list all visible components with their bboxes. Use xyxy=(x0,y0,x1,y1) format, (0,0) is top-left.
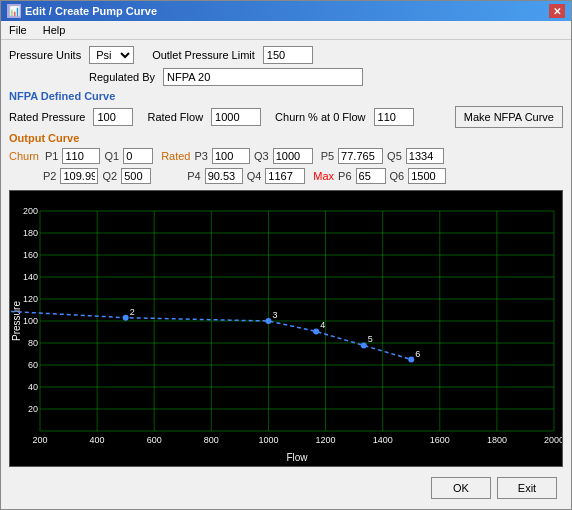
q2-label: Q2 xyxy=(102,170,117,182)
q2-input[interactable] xyxy=(121,168,151,184)
churn-pct-label: Churn % at 0 Flow xyxy=(275,111,365,123)
exit-button[interactable]: Exit xyxy=(497,477,557,499)
p6-input[interactable] xyxy=(356,168,386,184)
window-title: Edit / Create Pump Curve xyxy=(25,5,157,17)
ok-button[interactable]: OK xyxy=(431,477,491,499)
rated-flow-input[interactable] xyxy=(211,108,261,126)
q6-input[interactable] xyxy=(408,168,446,184)
p1-input[interactable] xyxy=(62,148,100,164)
outlet-pressure-limit-input[interactable] xyxy=(263,46,313,64)
main-window: 📊 Edit / Create Pump Curve ✕ File Help P… xyxy=(0,0,572,510)
q1-input[interactable] xyxy=(123,148,153,164)
row-pressure-units: Pressure Units Psi Bar kPa Outlet Pressu… xyxy=(9,46,563,64)
churn-pct-input[interactable] xyxy=(374,108,414,126)
p3-input[interactable] xyxy=(212,148,250,164)
nfpa-section-row: NFPA Defined Curve xyxy=(9,90,563,102)
churn-col-label: Churn xyxy=(9,150,39,162)
rated-flow-label: Rated Flow xyxy=(147,111,203,123)
q3-label: Q3 xyxy=(254,150,269,162)
rated-pressure-input[interactable] xyxy=(93,108,133,126)
row-regulated-by: Regulated By xyxy=(9,68,563,86)
p4-input[interactable] xyxy=(205,168,243,184)
p5-label: P5 xyxy=(321,150,334,162)
rated-col-label: Rated xyxy=(161,150,190,162)
output-curve-label: Output Curve xyxy=(9,132,79,144)
p6-label: P6 xyxy=(338,170,351,182)
make-nfpa-button[interactable]: Make NFPA Curve xyxy=(455,106,563,128)
q4-input[interactable] xyxy=(265,168,305,184)
content-area: Pressure Units Psi Bar kPa Outlet Pressu… xyxy=(1,40,571,509)
pump-chart-canvas xyxy=(10,191,563,466)
p1-label: P1 xyxy=(45,150,58,162)
title-bar-left: 📊 Edit / Create Pump Curve xyxy=(7,4,157,18)
outlet-pressure-limit-label: Outlet Pressure Limit xyxy=(152,49,255,61)
p2-input[interactable] xyxy=(60,168,98,184)
q1-label: Q1 xyxy=(104,150,119,162)
bottom-row: OK Exit xyxy=(9,473,563,503)
regulated-by-input[interactable] xyxy=(163,68,363,86)
q5-label: Q5 xyxy=(387,150,402,162)
close-button[interactable]: ✕ xyxy=(549,4,565,18)
menu-file[interactable]: File xyxy=(5,23,31,37)
nfpa-section-label: NFPA Defined Curve xyxy=(9,90,115,102)
p3-label: P3 xyxy=(194,150,207,162)
q4-label: Q4 xyxy=(247,170,262,182)
window-icon: 📊 xyxy=(7,4,21,18)
regulated-by-label: Regulated By xyxy=(89,71,155,83)
pressure-units-select[interactable]: Psi Bar kPa xyxy=(89,46,134,64)
menu-bar: File Help xyxy=(1,21,571,40)
output-curve-section-row: Output Curve xyxy=(9,132,563,144)
q6-label: Q6 xyxy=(390,170,405,182)
row-rated: Rated Pressure Rated Flow Churn % at 0 F… xyxy=(9,106,563,128)
output-curve-row2: P2 Q2 P4 Q4 Max P6 Q6 xyxy=(9,168,563,184)
p2-label: P2 xyxy=(43,170,56,182)
q3-input[interactable] xyxy=(273,148,313,164)
max-col-label: Max xyxy=(313,170,334,182)
chart-container xyxy=(9,190,563,467)
title-bar: 📊 Edit / Create Pump Curve ✕ xyxy=(1,1,571,21)
p4-label: P4 xyxy=(187,170,200,182)
p5-input[interactable] xyxy=(338,148,383,164)
output-curve-row1: Churn P1 Q1 Rated P3 Q3 P5 Q5 xyxy=(9,148,563,164)
pressure-units-label: Pressure Units xyxy=(9,49,81,61)
menu-help[interactable]: Help xyxy=(39,23,70,37)
q5-input[interactable] xyxy=(406,148,444,164)
rated-pressure-label: Rated Pressure xyxy=(9,111,85,123)
